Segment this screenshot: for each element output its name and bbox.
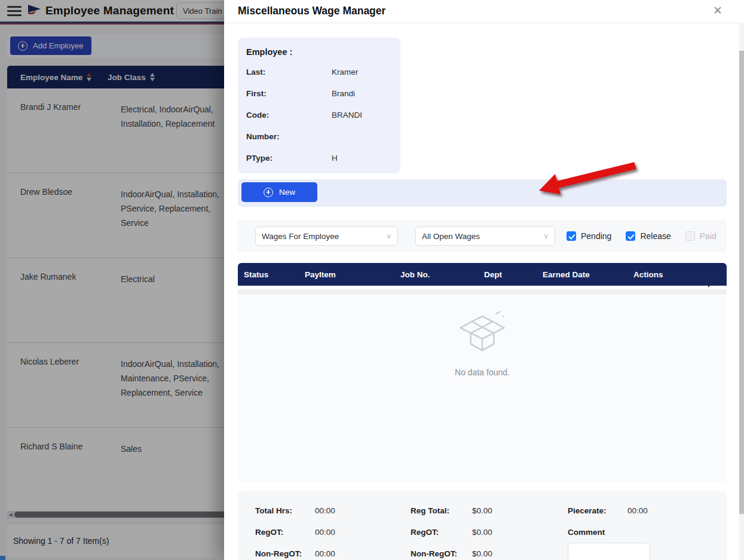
employee-card-heading: Employee : (246, 47, 392, 57)
employee-info-card: Employee : Last: Kramer First: Brandi Co… (238, 38, 400, 173)
wage-table-empty-state: No data found. (238, 295, 727, 482)
miscellaneous-wage-manager-panel: Miscellaneous Wage Manager ✕ Employee : … (224, 0, 744, 560)
no-data-text: No data found. (455, 368, 510, 377)
screen: Employee Management Video Train Add Empl… (0, 0, 744, 560)
release-checkbox[interactable]: Release (626, 231, 670, 241)
pending-checkbox[interactable]: Pending (567, 231, 611, 241)
table-subheader-strip (238, 289, 727, 295)
plus-circle-icon (264, 188, 273, 197)
comment-input[interactable] (568, 543, 650, 560)
column-status: Status (244, 270, 305, 279)
empty-box-icon (457, 305, 508, 357)
column-earned-date: Earned Date (543, 270, 633, 279)
column-job-no: Job No. (400, 270, 484, 279)
scrollbar-thumb[interactable] (739, 51, 744, 514)
summary-piecerate: Piecerate:00:00 (568, 506, 648, 515)
close-icon[interactable]: ✕ (711, 4, 725, 18)
chevron-down-icon: ∨ (543, 232, 549, 240)
wage-summary-card: Total Hrs:00:00 RegOT:00:00 Non-RegOT:00… (238, 491, 727, 560)
summary-reg-total: Reg Total:$0.00 (411, 506, 492, 515)
paid-checkbox: Paid (685, 231, 717, 241)
summary-nonregot-total: Non-RegOT:$0.00 (411, 549, 492, 558)
comment-label: Comment (568, 528, 627, 537)
chevron-down-icon: ∨ (386, 232, 391, 240)
text-cursor-artifact (708, 282, 709, 287)
summary-total-hrs: Total Hrs:00:00 (255, 506, 335, 515)
column-dept: Dept (484, 270, 543, 279)
checkbox-checked-icon (567, 231, 576, 241)
wage-type-select[interactable]: Wages For Employee ∨ (255, 227, 398, 246)
field-number: Number: (246, 126, 392, 147)
field-first: First: Brandi (246, 82, 392, 104)
status-checkbox-group: Pending Release Paid (567, 220, 717, 252)
vertical-scrollbar[interactable] (739, 24, 744, 560)
panel-header: Miscellaneous Wage Manager ✕ (224, 0, 744, 23)
wage-table-header: Status PayItem Job No. Dept Earned Date … (238, 263, 727, 286)
new-wage-button[interactable]: New (241, 182, 317, 202)
wage-filter-bar: Wages For Employee ∨ All Open Wages ∨ Pe… (238, 220, 727, 252)
field-code: Code: BRANDI (246, 104, 392, 126)
checkbox-checked-icon (626, 231, 635, 241)
panel-title: Miscellaneous Wage Manager (238, 5, 385, 17)
column-actions: Actions (633, 270, 727, 279)
column-payitem: PayItem (305, 270, 400, 279)
field-ptype: PType: H (246, 147, 392, 169)
new-wage-bar: New (238, 179, 727, 207)
checkbox-disabled-icon (685, 231, 695, 241)
summary-nonregot-hrs: Non-RegOT:00:00 (255, 549, 335, 558)
wage-scope-select[interactable]: All Open Wages ∨ (415, 227, 555, 246)
summary-regot-total: RegOT:$0.00 (411, 528, 492, 537)
summary-regot-hrs: RegOT:00:00 (255, 528, 335, 537)
field-last: Last: Kramer (246, 61, 392, 82)
